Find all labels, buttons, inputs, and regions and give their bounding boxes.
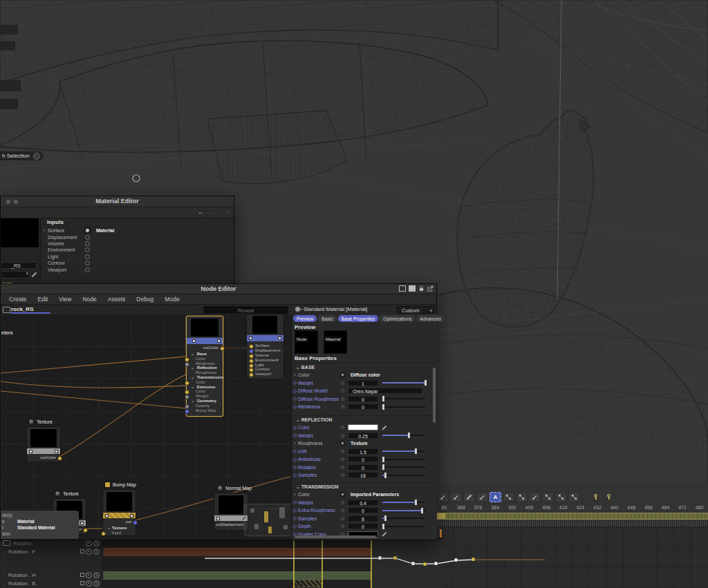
property-value-field[interactable]: Oren-Nayar bbox=[348, 388, 422, 394]
input-port-icon[interactable] bbox=[85, 260, 90, 265]
output-port-row[interactable]: Environment bbox=[247, 358, 283, 363]
connect-circle-icon[interactable] bbox=[341, 426, 344, 429]
material-input-row[interactable]: › Viewport bbox=[41, 266, 234, 272]
output-port-row[interactable]: Displacement bbox=[247, 348, 283, 353]
material-port-row[interactable]: Color bbox=[187, 380, 223, 385]
track-solo-icon[interactable]: S bbox=[93, 572, 100, 578]
frame-ruler[interactable]: 6036837638439240040841642443244044845646… bbox=[436, 505, 708, 513]
rotation-h-track-bar[interactable] bbox=[102, 571, 371, 580]
keyable-icon[interactable]: ◇ bbox=[292, 473, 298, 478]
panel-tab[interactable]: Base Properties bbox=[338, 315, 378, 322]
connect-circle-icon[interactable] bbox=[341, 397, 344, 401]
menu-item[interactable]: Assets bbox=[102, 296, 131, 303]
menu-item[interactable]: Debug bbox=[131, 296, 159, 303]
edit-pencil-icon[interactable] bbox=[31, 272, 37, 278]
panel-hscrollbar[interactable] bbox=[295, 535, 376, 538]
material-input-row[interactable]: › Surface Material bbox=[41, 227, 234, 234]
property-row[interactable]: ◇ Rotation 0 0 bbox=[292, 464, 437, 472]
material-port-row[interactable]: Roughness bbox=[187, 370, 223, 375]
property-slider[interactable] bbox=[382, 466, 425, 468]
material-editor-titlebar[interactable]: Material Editor bbox=[1, 196, 234, 207]
property-row[interactable]: ◇ Diffuse Model Oren-Nayar Oren-Nayar bbox=[292, 387, 437, 395]
output-port-row[interactable]: Viewport bbox=[247, 372, 283, 377]
scale-tool-icon[interactable] bbox=[450, 492, 462, 502]
property-row[interactable]: ◇ Depth 0 0 bbox=[292, 522, 437, 531]
brush-tool-icon[interactable] bbox=[463, 492, 475, 502]
property-slider[interactable] bbox=[382, 518, 425, 519]
material-port-row[interactable]: Geometry bbox=[187, 399, 223, 404]
keyable-icon[interactable]: ◇ bbox=[292, 500, 298, 505]
folder-icon[interactable] bbox=[3, 540, 10, 546]
track-row[interactable]: ‐ Rotation . B S bbox=[0, 579, 102, 587]
output-node[interactable]: Surface Displacement Volume bbox=[246, 314, 284, 379]
key-curve-icon[interactable] bbox=[542, 492, 554, 502]
curve-icon[interactable] bbox=[529, 492, 541, 502]
key-box-icon[interactable] bbox=[568, 492, 580, 502]
connect-circle-icon[interactable] bbox=[341, 389, 344, 392]
track-checkbox-icon[interactable] bbox=[80, 581, 84, 585]
texture1-out-port[interactable] bbox=[57, 456, 62, 461]
track-solo-icon[interactable]: S bbox=[93, 540, 100, 547]
menu-item[interactable]: Mode bbox=[159, 296, 185, 303]
output-port-row[interactable]: Light bbox=[247, 363, 283, 368]
panel-vscrollbar[interactable] bbox=[433, 368, 436, 423]
material-input-row[interactable]: › Light bbox=[41, 254, 234, 260]
material-port-row[interactable]: Transmission bbox=[187, 375, 223, 380]
menu-item[interactable]: Edit bbox=[32, 296, 54, 303]
track-checkbox-icon[interactable] bbox=[80, 573, 84, 577]
add-key-icon[interactable] bbox=[603, 492, 615, 502]
property-row[interactable]: › Color Diffuse color Diffuse color bbox=[292, 371, 437, 379]
property-slider[interactable] bbox=[382, 510, 425, 511]
property-value-field[interactable]: 0 bbox=[348, 396, 378, 402]
material-port-row[interactable]: Weight bbox=[187, 394, 223, 399]
material-port-row[interactable]: Bump Map bbox=[187, 408, 223, 413]
track-solo-icon[interactable]: S bbox=[93, 549, 100, 555]
input-port-icon[interactable] bbox=[85, 241, 90, 246]
input-port-icon[interactable] bbox=[85, 235, 90, 240]
keyable-icon[interactable]: ◇ bbox=[292, 524, 298, 529]
keyable-icon[interactable]: › bbox=[292, 372, 298, 377]
keyable-icon[interactable]: ◇ bbox=[292, 425, 298, 430]
menu-item[interactable]: Node bbox=[77, 296, 102, 303]
property-value-field[interactable]: 0 bbox=[348, 404, 378, 410]
section-reflection-header[interactable]: REFLECTION bbox=[292, 415, 437, 424]
property-value-field[interactable]: 0 bbox=[348, 464, 378, 471]
panel-tab[interactable]: Basic bbox=[318, 315, 337, 322]
property-value-field[interactable]: 0.25 bbox=[348, 433, 378, 439]
property-row[interactable]: ◇ Weight 1 1 bbox=[292, 379, 437, 388]
property-value-field[interactable]: 0 bbox=[348, 507, 378, 513]
material-out-port[interactable] bbox=[220, 346, 225, 351]
property-slider[interactable] bbox=[382, 475, 425, 476]
keyable-icon[interactable]: ◇ bbox=[292, 404, 298, 410]
connect-circle-icon[interactable] bbox=[341, 517, 344, 520]
port-dot-icon[interactable] bbox=[101, 531, 106, 536]
property-slider[interactable] bbox=[382, 382, 425, 383]
property-value-field[interactable]: 8 bbox=[348, 515, 378, 522]
port-dot-icon[interactable] bbox=[249, 372, 254, 377]
property-slider[interactable] bbox=[382, 526, 425, 527]
property-value-field[interactable]: 0 bbox=[348, 456, 378, 462]
track-content[interactable] bbox=[102, 539, 442, 588]
input-port-icon[interactable] bbox=[85, 247, 90, 252]
input-port-icon[interactable] bbox=[85, 267, 90, 272]
menu-item[interactable]: View bbox=[53, 296, 77, 303]
property-row[interactable]: ◇ IOR 1.5 1.5 bbox=[292, 448, 437, 456]
property-row[interactable]: › Roughness Texture Texture bbox=[292, 439, 437, 448]
property-value-field[interactable]: 0.4 bbox=[348, 500, 378, 506]
forward-arrow-icon[interactable]: → bbox=[209, 208, 216, 216]
record-key-icon[interactable] bbox=[590, 492, 602, 502]
keyframe-strip[interactable] bbox=[436, 520, 708, 527]
material-input-row[interactable]: › Environment bbox=[41, 247, 234, 253]
preset-dropdown[interactable]: Custom bbox=[397, 306, 435, 314]
keyable-icon[interactable]: › bbox=[292, 441, 298, 446]
track-checkbox-icon[interactable] bbox=[80, 549, 84, 553]
material-port-row[interactable]: Metalness bbox=[187, 361, 223, 366]
key-grid-icon[interactable] bbox=[516, 492, 528, 502]
connect-circle-icon[interactable] bbox=[341, 442, 344, 445]
standard-material-node[interactable]: outColor Base Color bbox=[186, 316, 223, 417]
material-port-row[interactable]: Reflection bbox=[187, 366, 223, 370]
property-row[interactable]: ◇ Weight 0.25 0.25 bbox=[292, 432, 437, 440]
property-slider[interactable] bbox=[382, 398, 425, 399]
move-tool-icon[interactable] bbox=[437, 492, 449, 502]
window-dot-icon[interactable] bbox=[14, 200, 18, 204]
